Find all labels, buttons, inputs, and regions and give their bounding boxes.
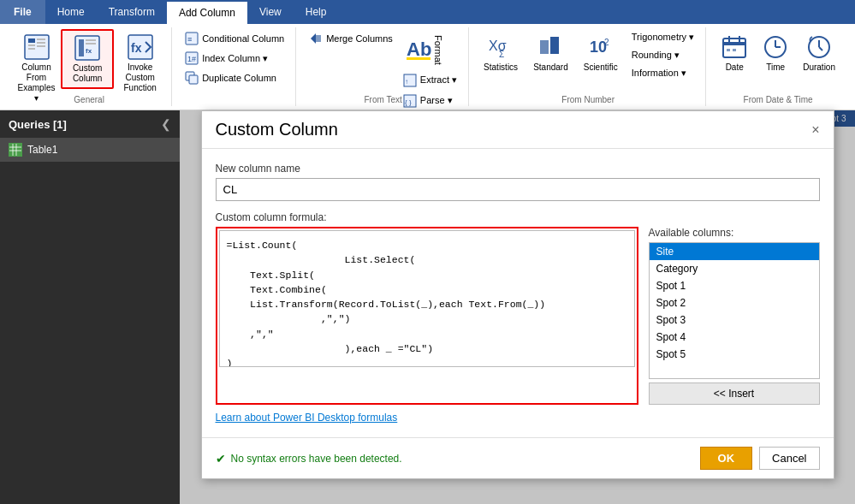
extract-button[interactable]: ↑ Extract ▾: [399, 71, 461, 90]
learn-link[interactable]: Learn about Power BI Desktop formulas: [216, 412, 398, 424]
statistics-button[interactable]: Χσ Σ Statistics: [478, 29, 524, 77]
tab-help[interactable]: Help: [294, 0, 339, 24]
column-from-examples-button[interactable]: Column FromExamples ▾: [14, 29, 59, 108]
date-button[interactable]: Date: [715, 29, 754, 77]
ribbon-group-from-date-time: Date Time: [708, 27, 848, 106]
column-item-spot4[interactable]: Spot 4: [650, 329, 819, 346]
tab-add-column[interactable]: Add Column: [167, 0, 247, 24]
svg-rect-5: [37, 42, 45, 44]
scientific-button[interactable]: 10 2 Scientific: [578, 29, 624, 77]
column-item-site[interactable]: Site: [650, 243, 819, 260]
ribbon-group-from-number: Χσ Σ Statistics Standard: [471, 27, 706, 106]
svg-rect-9: [86, 39, 96, 41]
index-column-button[interactable]: 1# Index Column ▾: [181, 49, 288, 68]
standard-icon: [537, 33, 564, 61]
svg-rect-4: [37, 39, 45, 40]
tab-home[interactable]: Home: [45, 0, 97, 24]
svg-text:Σ: Σ: [499, 50, 504, 59]
custom-column-label: Custom Column: [68, 63, 107, 84]
formula-section-label: Custom column formula:: [216, 211, 820, 223]
column-item-spot2[interactable]: Spot 2: [650, 294, 819, 311]
date-label: Date: [726, 62, 744, 73]
format-button[interactable]: Abc Format: [399, 29, 461, 69]
ok-button[interactable]: OK: [700, 447, 753, 470]
from-date-time-group-items: Date Time: [715, 29, 841, 104]
parse-label: Parse ▾: [420, 95, 453, 106]
ribbon-group-from-text: Merge Columns Abc Format: [298, 27, 469, 106]
column-name-input[interactable]: [216, 178, 820, 201]
from-date-time-label: From Date & Time: [744, 95, 813, 104]
svg-rect-45: [9, 144, 21, 156]
parse-button[interactable]: { } Parse ▾: [399, 92, 461, 110]
merge-columns-button[interactable]: Merge Columns: [305, 29, 397, 48]
duration-button[interactable]: Duration: [797, 29, 841, 77]
dialog-body: New column name Custom column formula: =…: [202, 149, 834, 437]
rounding-button[interactable]: Rounding ▾: [627, 47, 698, 63]
available-columns-panel: Available columns: Site Category Spot 1 …: [649, 227, 820, 405]
duration-icon: [805, 33, 833, 61]
tab-transform[interactable]: Transform: [97, 0, 167, 24]
information-button[interactable]: Information ▾: [627, 65, 698, 81]
conditional-column-icon: ≡: [185, 32, 199, 45]
format-icon: Abc: [405, 35, 432, 62]
statistics-label: Statistics: [484, 62, 518, 73]
scientific-label: Scientific: [584, 62, 618, 73]
scientific-icon: 10 2: [587, 33, 615, 61]
from-text-label: From Text: [365, 95, 402, 104]
from-number-group-items: Χσ Σ Statistics Standard: [478, 29, 698, 105]
statistics-icon: Χσ Σ: [487, 33, 514, 61]
time-button[interactable]: Time: [756, 29, 795, 77]
formula-section: Custom column formula: =List.Count( List…: [216, 211, 820, 405]
parse-icon: { }: [403, 94, 417, 108]
dialog-area: Spot 3 Custom Column × New column name C…: [180, 110, 855, 504]
standard-button[interactable]: Standard: [527, 29, 574, 77]
duplicate-column-button[interactable]: Duplicate Column: [181, 68, 288, 87]
svg-rect-2: [28, 44, 35, 46]
column-item-category[interactable]: Category: [650, 260, 819, 277]
dialog-footer: ✔ No syntax errors have been detected. O…: [202, 437, 834, 478]
column-item-spot5[interactable]: Spot 5: [650, 346, 819, 363]
insert-button[interactable]: << Insert: [649, 382, 820, 405]
column-item-spot1[interactable]: Spot 1: [650, 277, 819, 294]
standard-label: Standard: [533, 62, 568, 73]
ribbon-tab-bar: File Home Transform Add Column View Help: [0, 0, 855, 24]
svg-rect-8: [79, 39, 84, 56]
svg-text:fx: fx: [86, 47, 92, 55]
ribbon: File Home Transform Add Column View Help: [0, 0, 855, 110]
syntax-status: ✔ No syntax errors have been detected.: [216, 452, 402, 465]
formula-box-wrapper: =List.Count( List.Select( Text.Split( Te…: [216, 227, 638, 405]
formula-input[interactable]: =List.Count( List.Select( Text.Split( Te…: [219, 230, 635, 367]
svg-rect-19: [189, 75, 198, 84]
footer-buttons: OK Cancel: [700, 447, 820, 470]
column-from-examples-label: Column FromExamples ▾: [18, 62, 56, 104]
trigonometry-button[interactable]: Trigonometry ▾: [627, 29, 698, 45]
cancel-button[interactable]: Cancel: [759, 447, 819, 470]
index-column-label: Index Column ▾: [202, 53, 268, 64]
rounding-label: Rounding ▾: [632, 50, 680, 61]
duplicate-column-label: Duplicate Column: [202, 73, 276, 83]
ribbon-group-columns: ≡ Conditional Column 1# Index Column ▾: [174, 27, 296, 106]
custom-column-button[interactable]: fx Custom Column: [61, 29, 114, 89]
invoke-custom-function-button[interactable]: fx Invoke CustomFunction: [116, 29, 164, 98]
conditional-column-button[interactable]: ≡ Conditional Column: [181, 29, 288, 48]
sidebar-item-label-table1: Table1: [27, 144, 57, 156]
tab-file[interactable]: File: [0, 0, 45, 24]
svg-text:↑: ↑: [405, 78, 408, 86]
ribbon-group-general: Column FromExamples ▾ fx Custom Column: [7, 27, 172, 106]
sidebar-item-table1[interactable]: Table1: [0, 138, 180, 162]
svg-rect-3: [28, 48, 35, 50]
dialog-titlebar: Custom Column ×: [202, 111, 834, 149]
dialog-close-button[interactable]: ×: [811, 122, 819, 138]
svg-rect-37: [727, 49, 730, 51]
ribbon-content: Column FromExamples ▾ fx Custom Column: [0, 24, 855, 110]
svg-text:{ }: { }: [405, 98, 412, 106]
available-columns-list[interactable]: Site Category Spot 1 Spot 2 Spot 3 Spot …: [649, 242, 820, 379]
merge-columns-icon: [309, 32, 323, 45]
custom-column-icon: fx: [74, 34, 101, 62]
column-item-spot3[interactable]: Spot 3: [650, 311, 819, 329]
svg-rect-1: [28, 39, 35, 43]
syntax-ok-text: No syntax errors have been detected.: [231, 453, 402, 465]
duplicate-column-icon: [185, 71, 199, 85]
tab-view[interactable]: View: [247, 0, 294, 24]
information-label: Information ▾: [632, 68, 686, 79]
